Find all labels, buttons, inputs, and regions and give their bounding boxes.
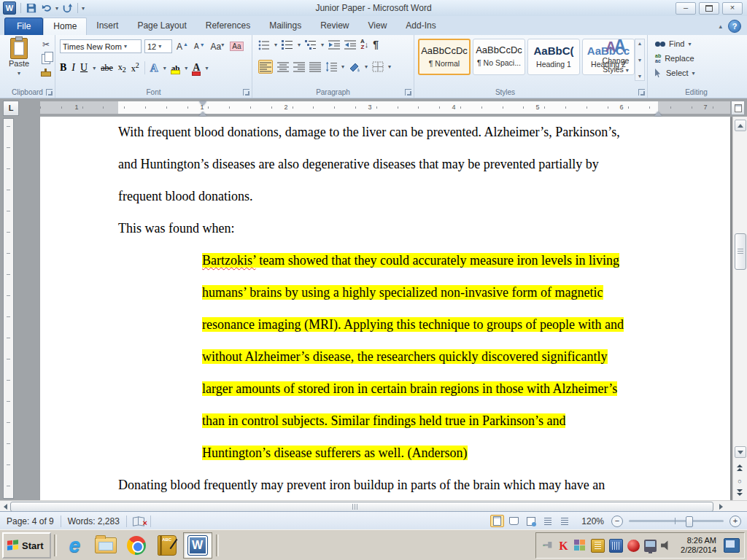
styles-scroll-up-icon[interactable]: ▲ xyxy=(638,41,643,46)
previous-page-button[interactable] xyxy=(735,462,745,473)
spellcheck-icon[interactable]: × xyxy=(133,517,144,525)
line-spacing-dropdown-icon[interactable]: ▾ xyxy=(341,63,344,70)
styles-dialog-launcher[interactable] xyxy=(638,89,645,96)
red-orb-tray-icon[interactable] xyxy=(627,540,640,552)
scroll-down-arrow[interactable] xyxy=(735,446,746,458)
shading-button[interactable] xyxy=(349,61,360,72)
styles-scroll-down-icon[interactable]: ▼ xyxy=(638,58,643,63)
horizontal-scrollbar[interactable] xyxy=(0,500,747,512)
borders-button[interactable] xyxy=(372,61,384,72)
close-button[interactable]: × xyxy=(722,2,743,15)
zoom-level[interactable]: 120% xyxy=(581,516,604,526)
safely-remove-hardware-icon[interactable]: ✓ xyxy=(541,540,553,552)
align-right-button[interactable] xyxy=(293,61,305,72)
redo-button[interactable] xyxy=(61,1,74,15)
font-size-dropdown-icon[interactable]: ▾ xyxy=(158,43,161,50)
ruler-toggle-button[interactable] xyxy=(731,101,745,115)
underline-dropdown-icon[interactable]: ▾ xyxy=(93,65,96,71)
align-left-button[interactable] xyxy=(258,60,273,74)
horizontal-scroll-thumb[interactable] xyxy=(10,502,713,512)
tab-references[interactable]: References xyxy=(196,18,260,35)
minimize-button[interactable]: – xyxy=(676,2,696,15)
decrease-indent-icon[interactable] xyxy=(328,39,340,50)
multilevel-dropdown-icon[interactable]: ▾ xyxy=(321,42,324,48)
bullets-icon[interactable] xyxy=(258,39,270,50)
word-task-button[interactable]: W xyxy=(183,532,212,559)
chrome-icon[interactable] xyxy=(122,532,151,559)
tab-mailings[interactable]: Mailings xyxy=(260,18,311,35)
format-painter-icon[interactable] xyxy=(41,71,51,77)
font-dialog-launcher[interactable] xyxy=(243,89,249,96)
scroll-left-arrow[interactable] xyxy=(1,502,10,511)
collapse-ribbon-icon[interactable]: ▴ xyxy=(719,23,722,30)
subscript-button[interactable]: x2 xyxy=(118,62,126,74)
highlighted-text-line[interactable]: without Alzheimer’s disease, the researc… xyxy=(202,349,608,365)
shading-dropdown-icon[interactable]: ▾ xyxy=(365,63,368,70)
undo-button[interactable] xyxy=(40,1,53,15)
shrink-font-button[interactable]: A▼ xyxy=(193,42,206,50)
network-tray-icon[interactable] xyxy=(644,540,657,552)
text-effects-button[interactable]: A xyxy=(150,62,158,74)
scroll-up-arrow[interactable] xyxy=(735,120,746,131)
zoom-in-button[interactable]: + xyxy=(729,516,741,527)
blue-chip-tray-icon[interactable] xyxy=(609,539,623,553)
start-button[interactable]: Start xyxy=(2,532,51,559)
clear-formatting-button[interactable]: Aa xyxy=(228,42,244,51)
find-dropdown-icon[interactable]: ▾ xyxy=(688,41,691,47)
gold-card-tray-icon[interactable] xyxy=(591,539,605,553)
borders-dropdown-icon[interactable]: ▾ xyxy=(388,63,391,70)
scroll-right-arrow[interactable] xyxy=(716,502,726,511)
font-name-dropdown-icon[interactable]: ▾ xyxy=(124,43,127,50)
change-styles-dropdown-icon[interactable]: ▾ xyxy=(626,67,629,74)
print-layout-view-button[interactable] xyxy=(490,515,504,527)
text-line[interactable]: and Huntington’s diseases are also degen… xyxy=(118,157,599,172)
style-card-h1[interactable]: AaBbC(Heading 1 xyxy=(527,39,580,75)
sort-button[interactable]: AZ↓ xyxy=(360,39,368,50)
misspelled-word[interactable]: Bartzokis’ xyxy=(202,253,256,268)
select-dropdown-icon[interactable]: ▾ xyxy=(692,70,695,77)
internet-explorer-icon[interactable]: e xyxy=(61,532,90,559)
text-highlight-button[interactable]: ab xyxy=(171,63,180,72)
increase-indent-icon[interactable] xyxy=(344,39,356,50)
help-icon[interactable]: ? xyxy=(728,20,741,33)
font-color-dropdown-icon[interactable]: ▾ xyxy=(205,65,208,71)
tab-review[interactable]: Review xyxy=(311,18,358,35)
vertical-scrollbar[interactable]: ○ xyxy=(732,117,747,500)
tab-file[interactable]: File xyxy=(4,18,43,35)
text-line[interactable]: With frequent blood donations, damage to… xyxy=(118,125,620,140)
text-line[interactable]: This was found when: xyxy=(118,221,234,236)
font-size-combo[interactable]: 12▾ xyxy=(144,39,172,53)
bold-button[interactable]: B xyxy=(60,62,66,74)
fullscreen-reading-view-button[interactable] xyxy=(507,515,521,527)
align-center-button[interactable] xyxy=(277,61,289,72)
zoom-slider[interactable] xyxy=(629,520,724,522)
vertical-scroll-thumb[interactable] xyxy=(735,233,746,270)
strikethrough-button[interactable]: abe xyxy=(101,63,113,74)
style-card-nospace[interactable]: AaBbCcDc¶ No Spaci... xyxy=(473,39,525,75)
zoom-out-button[interactable]: − xyxy=(611,516,623,527)
highlighted-text-line[interactable]: resonance imaging (MRI). Applying this t… xyxy=(202,317,624,332)
text-line[interactable]: frequent blood donations. xyxy=(118,189,252,204)
hanging-indent-marker[interactable] xyxy=(199,112,206,116)
undo-dropdown-icon[interactable]: ▾ xyxy=(55,5,58,12)
show-hide-pilcrow-button[interactable]: ¶ xyxy=(373,39,379,50)
highlighted-text-line[interactable]: larger amounts of stored iron in certain… xyxy=(202,381,617,397)
restore-button[interactable] xyxy=(699,2,719,15)
select-button[interactable]: Select▾ xyxy=(655,69,695,77)
line-spacing-button[interactable] xyxy=(325,61,337,72)
tab-add-ins[interactable]: Add-Ins xyxy=(396,18,445,35)
dictionary-icon[interactable]: ABC xyxy=(152,532,182,559)
highlighted-text-line[interactable]: than in control subjects. Similar findin… xyxy=(202,413,565,429)
highlight-dropdown-icon[interactable]: ▾ xyxy=(185,65,187,71)
next-page-button[interactable] xyxy=(735,487,745,498)
clipboard-dialog-launcher[interactable] xyxy=(46,89,53,96)
select-browse-object-button[interactable]: ○ xyxy=(735,475,745,486)
save-button[interactable] xyxy=(25,1,38,15)
tab-page-layout[interactable]: Page Layout xyxy=(128,18,196,35)
outline-view-button[interactable] xyxy=(541,515,554,527)
grow-font-button[interactable]: A▲ xyxy=(175,42,190,52)
volume-icon[interactable] xyxy=(661,540,673,552)
clock[interactable]: 8:26 AM 2/28/2014 xyxy=(678,536,719,555)
draft-view-button[interactable] xyxy=(557,515,571,527)
style-card-normal[interactable]: AaBbCcDc¶ Normal xyxy=(418,39,471,75)
